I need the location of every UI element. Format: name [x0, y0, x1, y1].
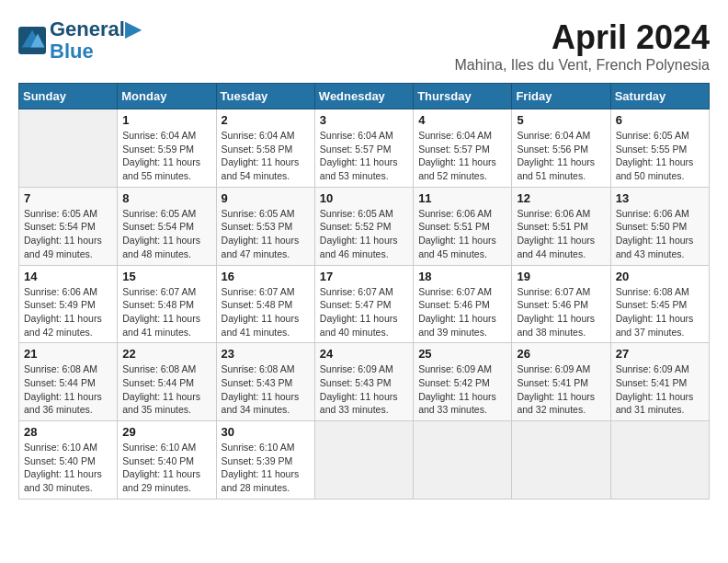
calendar-week-3: 14Sunrise: 6:06 AM Sunset: 5:49 PM Dayli… — [19, 265, 710, 343]
day-number: 18 — [418, 270, 506, 283]
calendar-cell: 27Sunrise: 6:09 AM Sunset: 5:41 PM Dayli… — [610, 343, 709, 421]
day-number: 1 — [122, 113, 210, 127]
day-number: 22 — [122, 347, 210, 361]
day-info: Sunrise: 6:08 AM Sunset: 5:44 PM Dayligh… — [24, 362, 112, 417]
calendar-cell: 29Sunrise: 6:10 AM Sunset: 5:40 PM Dayli… — [118, 421, 216, 500]
day-number: 14 — [24, 270, 112, 283]
day-number: 2 — [222, 113, 310, 127]
calendar-cell — [610, 421, 709, 500]
calendar-cell — [512, 421, 610, 500]
day-info: Sunrise: 6:09 AM Sunset: 5:41 PM Dayligh… — [616, 362, 704, 417]
month-title: April 2024 — [455, 18, 711, 57]
day-info: Sunrise: 6:07 AM Sunset: 5:46 PM Dayligh… — [418, 285, 506, 339]
calendar-week-4: 21Sunrise: 6:08 AM Sunset: 5:44 PM Dayli… — [19, 343, 710, 421]
logo: General▶ Blue — [18, 18, 141, 63]
day-info: Sunrise: 6:07 AM Sunset: 5:46 PM Dayligh… — [517, 285, 605, 339]
calendar-week-2: 7Sunrise: 6:05 AM Sunset: 5:54 PM Daylig… — [19, 187, 710, 265]
day-info: Sunrise: 6:04 AM Sunset: 5:57 PM Dayligh… — [418, 129, 506, 183]
day-info: Sunrise: 6:07 AM Sunset: 5:48 PM Dayligh… — [222, 285, 310, 339]
day-info: Sunrise: 6:06 AM Sunset: 5:50 PM Dayligh… — [616, 207, 704, 261]
day-info: Sunrise: 6:04 AM Sunset: 5:59 PM Dayligh… — [122, 129, 210, 183]
day-number: 16 — [222, 270, 310, 283]
day-info: Sunrise: 6:10 AM Sunset: 5:40 PM Dayligh… — [24, 441, 112, 495]
day-info: Sunrise: 6:04 AM Sunset: 5:56 PM Dayligh… — [517, 129, 605, 183]
calendar-cell: 26Sunrise: 6:09 AM Sunset: 5:41 PM Dayli… — [512, 343, 610, 421]
day-info: Sunrise: 6:06 AM Sunset: 5:49 PM Dayligh… — [24, 285, 112, 339]
day-number: 17 — [320, 270, 408, 283]
day-number: 29 — [122, 425, 210, 439]
calendar-cell: 24Sunrise: 6:09 AM Sunset: 5:43 PM Dayli… — [314, 343, 413, 421]
weekday-header-row: SundayMondayTuesdayWednesdayThursdayFrid… — [19, 84, 710, 109]
calendar-cell: 19Sunrise: 6:07 AM Sunset: 5:46 PM Dayli… — [512, 265, 610, 343]
day-info: Sunrise: 6:07 AM Sunset: 5:48 PM Dayligh… — [122, 285, 210, 339]
day-number: 9 — [222, 191, 310, 205]
day-number: 15 — [122, 270, 210, 283]
day-number: 24 — [320, 347, 408, 361]
calendar-cell: 22Sunrise: 6:08 AM Sunset: 5:44 PM Dayli… — [118, 343, 216, 421]
calendar-cell: 8Sunrise: 6:05 AM Sunset: 5:54 PM Daylig… — [118, 187, 216, 265]
day-info: Sunrise: 6:08 AM Sunset: 5:43 PM Dayligh… — [222, 362, 310, 417]
calendar-cell: 11Sunrise: 6:06 AM Sunset: 5:51 PM Dayli… — [414, 187, 512, 265]
day-number: 19 — [517, 270, 605, 283]
calendar-cell: 13Sunrise: 6:06 AM Sunset: 5:50 PM Dayli… — [610, 187, 709, 265]
weekday-header-tuesday: Tuesday — [216, 84, 314, 109]
calendar-cell: 3Sunrise: 6:04 AM Sunset: 5:57 PM Daylig… — [314, 109, 413, 188]
day-number: 30 — [222, 425, 310, 439]
day-number: 28 — [24, 425, 112, 439]
calendar-cell: 25Sunrise: 6:09 AM Sunset: 5:42 PM Dayli… — [414, 343, 512, 421]
day-info: Sunrise: 6:09 AM Sunset: 5:43 PM Dayligh… — [320, 362, 408, 417]
day-info: Sunrise: 6:08 AM Sunset: 5:44 PM Dayligh… — [122, 362, 210, 417]
day-number: 12 — [517, 191, 605, 205]
day-number: 20 — [616, 270, 704, 283]
weekday-header-wednesday: Wednesday — [314, 84, 413, 109]
day-number: 4 — [418, 113, 506, 127]
weekday-header-friday: Friday — [512, 84, 610, 109]
calendar-week-5: 28Sunrise: 6:10 AM Sunset: 5:40 PM Dayli… — [19, 421, 710, 500]
calendar-cell: 4Sunrise: 6:04 AM Sunset: 5:57 PM Daylig… — [414, 109, 512, 188]
day-info: Sunrise: 6:05 AM Sunset: 5:55 PM Dayligh… — [616, 129, 704, 183]
day-number: 6 — [616, 113, 704, 127]
day-info: Sunrise: 6:05 AM Sunset: 5:54 PM Dayligh… — [24, 207, 112, 261]
weekday-header-monday: Monday — [118, 84, 216, 109]
day-number: 7 — [24, 191, 112, 205]
weekday-header-sunday: Sunday — [19, 84, 118, 109]
day-number: 10 — [320, 191, 408, 205]
day-info: Sunrise: 6:04 AM Sunset: 5:58 PM Dayligh… — [222, 129, 310, 183]
calendar-cell: 9Sunrise: 6:05 AM Sunset: 5:53 PM Daylig… — [216, 187, 314, 265]
weekday-header-thursday: Thursday — [414, 84, 512, 109]
calendar-cell: 18Sunrise: 6:07 AM Sunset: 5:46 PM Dayli… — [414, 265, 512, 343]
day-number: 21 — [24, 347, 112, 361]
calendar-cell: 5Sunrise: 6:04 AM Sunset: 5:56 PM Daylig… — [512, 109, 610, 188]
day-number: 26 — [517, 347, 605, 361]
day-info: Sunrise: 6:10 AM Sunset: 5:40 PM Dayligh… — [122, 441, 210, 495]
day-info: Sunrise: 6:04 AM Sunset: 5:57 PM Dayligh… — [320, 129, 408, 183]
day-number: 11 — [418, 191, 506, 205]
day-info: Sunrise: 6:05 AM Sunset: 5:54 PM Dayligh… — [122, 207, 210, 261]
calendar-cell: 15Sunrise: 6:07 AM Sunset: 5:48 PM Dayli… — [118, 265, 216, 343]
location-title: Mahina, Iles du Vent, French Polynesia — [455, 57, 711, 74]
logo-text: General▶ Blue — [50, 18, 141, 63]
day-info: Sunrise: 6:06 AM Sunset: 5:51 PM Dayligh… — [517, 207, 605, 261]
day-number: 13 — [616, 191, 704, 205]
day-number: 23 — [222, 347, 310, 361]
title-block: April 2024 Mahina, Iles du Vent, French … — [455, 18, 711, 74]
calendar-cell — [414, 421, 512, 500]
day-number: 8 — [122, 191, 210, 205]
calendar-cell: 21Sunrise: 6:08 AM Sunset: 5:44 PM Dayli… — [19, 343, 118, 421]
day-number: 25 — [418, 347, 506, 361]
page-header: General▶ Blue April 2024 Mahina, Iles du… — [18, 18, 710, 74]
day-info: Sunrise: 6:09 AM Sunset: 5:42 PM Dayligh… — [418, 362, 506, 417]
calendar-cell: 1Sunrise: 6:04 AM Sunset: 5:59 PM Daylig… — [118, 109, 216, 188]
day-number: 27 — [616, 347, 704, 361]
day-info: Sunrise: 6:06 AM Sunset: 5:51 PM Dayligh… — [418, 207, 506, 261]
calendar-cell: 14Sunrise: 6:06 AM Sunset: 5:49 PM Dayli… — [19, 265, 118, 343]
day-info: Sunrise: 6:05 AM Sunset: 5:53 PM Dayligh… — [222, 207, 310, 261]
calendar-table: SundayMondayTuesdayWednesdayThursdayFrid… — [18, 83, 710, 500]
calendar-cell — [19, 109, 118, 188]
day-info: Sunrise: 6:07 AM Sunset: 5:47 PM Dayligh… — [320, 285, 408, 339]
calendar-cell: 7Sunrise: 6:05 AM Sunset: 5:54 PM Daylig… — [19, 187, 118, 265]
calendar-cell: 2Sunrise: 6:04 AM Sunset: 5:58 PM Daylig… — [216, 109, 314, 188]
day-info: Sunrise: 6:08 AM Sunset: 5:45 PM Dayligh… — [616, 285, 704, 339]
calendar-week-1: 1Sunrise: 6:04 AM Sunset: 5:59 PM Daylig… — [19, 109, 710, 188]
calendar-cell: 23Sunrise: 6:08 AM Sunset: 5:43 PM Dayli… — [216, 343, 314, 421]
